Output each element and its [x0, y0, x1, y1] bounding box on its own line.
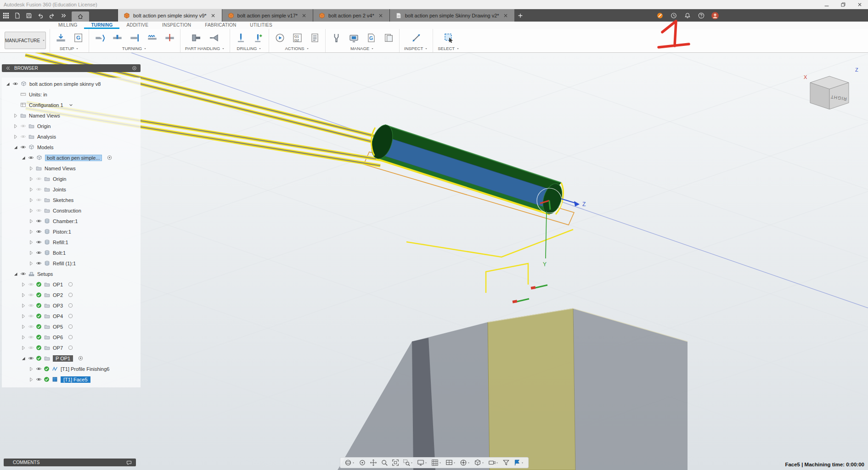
browser-row[interactable]: [T1] Face5 [2, 374, 141, 385]
radio-dot-icon[interactable] [78, 355, 84, 361]
comments-bar[interactable]: COMMENTS [4, 459, 136, 466]
redo-button[interactable] [46, 9, 57, 22]
expand-open-icon[interactable] [12, 144, 19, 151]
toolbar-group-label[interactable]: INSPECT [404, 46, 428, 52]
visibility-eye-icon[interactable] [27, 334, 35, 340]
document-tab[interactable]: bolt action pen simple skinny v9* [118, 9, 222, 22]
expand-closed-icon[interactable] [28, 366, 34, 372]
close-tab-button[interactable] [378, 12, 384, 19]
toolbar-group-label[interactable]: ACTIONS [285, 46, 309, 52]
visual-style-button[interactable] [472, 459, 486, 466]
radio-icon[interactable] [68, 334, 73, 340]
expand-closed-icon[interactable] [20, 334, 27, 341]
visibility-eye-icon[interactable] [27, 281, 35, 287]
visibility-eye-icon[interactable] [34, 207, 43, 213]
measure-icon[interactable] [410, 32, 422, 44]
visibility-eye-icon[interactable] [34, 239, 43, 245]
expand-closed-icon[interactable] [28, 176, 34, 182]
machine-library-icon[interactable] [348, 32, 360, 44]
browser-row[interactable]: Refill:1 [2, 237, 141, 247]
setup-sheet-icon[interactable] [309, 32, 321, 44]
chuck-icon[interactable] [191, 32, 203, 44]
turning-profile-icon[interactable] [94, 32, 106, 44]
toolbar-group-label[interactable]: MANAGE [350, 46, 374, 52]
browser-row[interactable]: Piston:1 [2, 226, 141, 237]
browser-row[interactable]: bolt action pen simple skinny v8 [2, 78, 141, 89]
visibility-eye-icon[interactable] [34, 186, 43, 192]
browser-row[interactable]: OP2 [2, 290, 141, 300]
visibility-eye-icon[interactable] [27, 324, 35, 330]
visibility-eye-icon[interactable] [34, 376, 43, 382]
visibility-eye-icon[interactable] [27, 313, 35, 319]
job-status-button[interactable] [654, 12, 665, 19]
visibility-eye-icon[interactable] [27, 355, 35, 361]
radio-dot-icon[interactable] [107, 155, 113, 161]
browser-row[interactable]: P OP1 [2, 353, 141, 364]
ribbon-tab-utilities[interactable]: UTILITIES [243, 22, 279, 29]
browser-row[interactable]: Models [2, 142, 141, 152]
workspace-switcher[interactable]: MANUFACTURE [5, 32, 46, 49]
simulate-icon[interactable] [274, 32, 286, 44]
ribbon-tab-inspection[interactable]: INSPECTION [155, 22, 198, 29]
browser-row[interactable]: Origin [2, 121, 141, 131]
expand-closed-icon[interactable] [20, 292, 27, 298]
expand-closed-icon[interactable] [28, 218, 34, 224]
radio-icon[interactable] [68, 345, 73, 351]
expand-open-icon[interactable] [20, 155, 27, 161]
browser-row[interactable]: Named Views [2, 110, 141, 121]
viewports-button[interactable] [444, 459, 458, 466]
help-button[interactable] [696, 12, 707, 19]
visibility-eye-icon[interactable] [34, 229, 43, 235]
comment-bubble-icon[interactable] [126, 460, 132, 465]
visibility-eye-icon[interactable] [34, 366, 43, 372]
expand-closed-icon[interactable] [28, 207, 34, 214]
visibility-eye-icon[interactable] [34, 197, 43, 203]
visibility-eye-icon[interactable] [27, 345, 35, 351]
expand-closed-icon[interactable] [28, 250, 34, 256]
turning-part-icon[interactable] [163, 32, 175, 44]
toolbar-group-label[interactable]: PART HANDLING [185, 46, 225, 52]
toolbar-group-label[interactable]: DRILLING [237, 46, 262, 52]
ribbon-tab-turning[interactable]: TURNING [84, 22, 119, 29]
ribbon-tab-fabrication[interactable]: FABRICATION [198, 22, 243, 29]
document-tab[interactable]: bolt action pen simple v17* [222, 9, 313, 22]
minimize-button[interactable] [818, 0, 835, 9]
expand-open-icon[interactable] [20, 355, 27, 362]
browser-row[interactable]: OP6 [2, 332, 141, 342]
toolbar-group-label[interactable]: SETUP [60, 46, 79, 52]
view-cube[interactable]: X Z RIGHT [801, 65, 861, 118]
expand-closed-icon[interactable] [28, 186, 34, 193]
navigation-options-button[interactable] [512, 459, 526, 466]
document-tab[interactable]: bolt action pen 2 v4* [313, 9, 389, 22]
visibility-eye-icon[interactable] [34, 218, 43, 224]
visibility-eye-icon[interactable] [34, 176, 43, 182]
turning-groove-icon[interactable] [111, 32, 123, 44]
visibility-eye-icon[interactable] [34, 260, 43, 266]
new-tab-button[interactable] [514, 9, 526, 22]
visibility-eye-icon[interactable] [19, 144, 27, 150]
toolbar-group-label[interactable]: SELECT [438, 46, 460, 52]
radio-icon[interactable] [68, 292, 73, 298]
visibility-eye-icon[interactable] [19, 123, 27, 129]
expand-closed-icon[interactable] [12, 123, 19, 129]
visibility-eye-icon[interactable] [27, 155, 35, 161]
post-process-icon[interactable]: G1G2 [291, 32, 303, 44]
browser-row[interactable]: Named Views [2, 163, 141, 173]
radio-icon[interactable] [68, 281, 73, 287]
radio-icon[interactable] [68, 313, 73, 319]
expand-closed-icon[interactable] [28, 229, 34, 235]
browser-row[interactable]: Setups [2, 269, 141, 279]
expand-open-icon[interactable] [5, 81, 11, 87]
home-tab[interactable] [72, 11, 89, 22]
toolbar-group-label[interactable]: TURNING [122, 46, 147, 52]
template-library-icon[interactable] [383, 32, 395, 44]
viewport[interactable]: Z Y BROWSER bolt action pen simple skinn… [0, 53, 868, 470]
browser-row[interactable]: Bolt:1 [2, 247, 141, 258]
browser-row[interactable]: OP3 [2, 300, 141, 311]
expand-closed-icon[interactable] [28, 239, 34, 246]
more-button[interactable] [57, 9, 69, 22]
look-at-button[interactable] [357, 459, 368, 466]
expand-closed-icon[interactable] [28, 260, 34, 267]
select-window-icon[interactable] [443, 32, 455, 44]
radio-icon[interactable] [68, 324, 73, 330]
